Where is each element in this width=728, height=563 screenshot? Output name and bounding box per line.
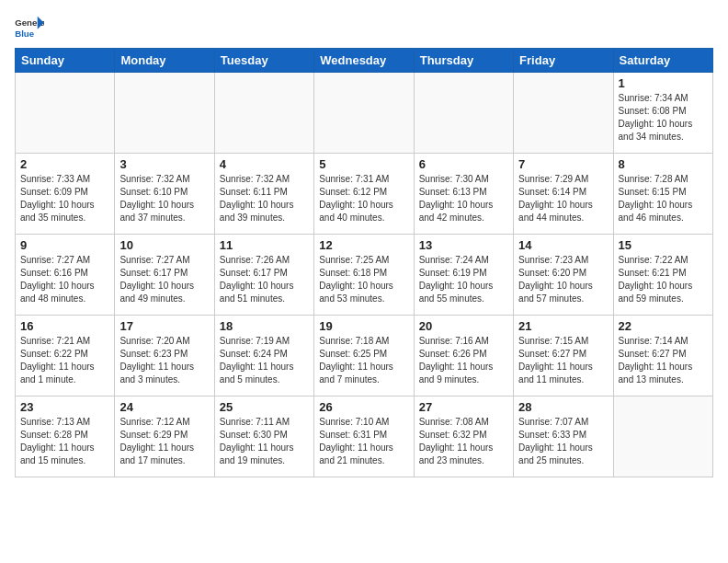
day-number: 24 (119, 400, 209, 414)
day-number: 20 (419, 319, 508, 333)
day-cell: 23Sunrise: 7:13 AM Sunset: 6:28 PM Dayli… (16, 396, 115, 477)
day-cell (613, 396, 712, 477)
day-cell: 6Sunrise: 7:30 AM Sunset: 6:13 PM Daylig… (414, 154, 513, 235)
day-cell (16, 73, 115, 154)
col-header-saturday: Saturday (613, 49, 712, 73)
day-detail: Sunrise: 7:12 AM Sunset: 6:29 PM Dayligh… (119, 416, 209, 467)
day-number: 19 (319, 319, 408, 333)
day-cell: 3Sunrise: 7:32 AM Sunset: 6:10 PM Daylig… (115, 154, 214, 235)
calendar-header-row: SundayMondayTuesdayWednesdayThursdayFrid… (16, 49, 713, 73)
day-detail: Sunrise: 7:19 AM Sunset: 6:24 PM Dayligh… (220, 335, 309, 386)
day-number: 16 (20, 319, 109, 333)
day-cell: 22Sunrise: 7:14 AM Sunset: 6:27 PM Dayli… (613, 316, 712, 396)
day-detail: Sunrise: 7:16 AM Sunset: 6:26 PM Dayligh… (419, 335, 508, 386)
day-number: 10 (119, 238, 209, 252)
day-number: 28 (518, 400, 608, 414)
day-cell: 28Sunrise: 7:07 AM Sunset: 6:33 PM Dayli… (514, 396, 613, 477)
day-cell: 20Sunrise: 7:16 AM Sunset: 6:26 PM Dayli… (414, 316, 513, 396)
day-cell: 17Sunrise: 7:20 AM Sunset: 6:23 PM Dayli… (115, 316, 214, 396)
day-number: 18 (220, 319, 309, 333)
day-cell: 14Sunrise: 7:23 AM Sunset: 6:20 PM Dayli… (514, 235, 613, 316)
day-number: 12 (319, 238, 408, 252)
day-cell: 27Sunrise: 7:08 AM Sunset: 6:32 PM Dayli… (414, 396, 513, 477)
day-detail: Sunrise: 7:14 AM Sunset: 6:27 PM Dayligh… (619, 335, 708, 386)
week-row-3: 9Sunrise: 7:27 AM Sunset: 6:16 PM Daylig… (16, 235, 713, 316)
day-detail: Sunrise: 7:11 AM Sunset: 6:30 PM Dayligh… (220, 416, 309, 467)
day-number: 17 (119, 319, 209, 333)
day-cell: 8Sunrise: 7:28 AM Sunset: 6:15 PM Daylig… (613, 154, 712, 235)
day-number: 22 (619, 319, 708, 333)
day-detail: Sunrise: 7:29 AM Sunset: 6:14 PM Dayligh… (518, 173, 608, 224)
day-number: 13 (419, 238, 508, 252)
day-number: 8 (619, 157, 708, 171)
day-detail: Sunrise: 7:30 AM Sunset: 6:13 PM Dayligh… (419, 173, 508, 224)
day-cell: 1Sunrise: 7:34 AM Sunset: 6:08 PM Daylig… (613, 73, 712, 154)
day-number: 4 (220, 157, 309, 171)
day-detail: Sunrise: 7:24 AM Sunset: 6:19 PM Dayligh… (419, 254, 508, 305)
col-header-friday: Friday (514, 49, 613, 73)
day-detail: Sunrise: 7:26 AM Sunset: 6:17 PM Dayligh… (220, 254, 309, 305)
day-cell: 5Sunrise: 7:31 AM Sunset: 6:12 PM Daylig… (314, 154, 414, 235)
day-number: 25 (220, 400, 309, 414)
day-cell: 19Sunrise: 7:18 AM Sunset: 6:25 PM Dayli… (314, 316, 414, 396)
svg-text:Blue: Blue (15, 29, 34, 39)
day-cell (314, 73, 414, 154)
day-detail: Sunrise: 7:13 AM Sunset: 6:28 PM Dayligh… (20, 416, 109, 467)
day-number: 11 (220, 238, 309, 252)
day-cell: 10Sunrise: 7:27 AM Sunset: 6:17 PM Dayli… (115, 235, 214, 316)
day-number: 9 (20, 238, 109, 252)
day-cell (115, 73, 214, 154)
day-detail: Sunrise: 7:18 AM Sunset: 6:25 PM Dayligh… (319, 335, 408, 386)
day-cell: 2Sunrise: 7:33 AM Sunset: 6:09 PM Daylig… (16, 154, 115, 235)
day-detail: Sunrise: 7:07 AM Sunset: 6:33 PM Dayligh… (518, 416, 608, 467)
day-cell: 11Sunrise: 7:26 AM Sunset: 6:17 PM Dayli… (214, 235, 313, 316)
day-cell (214, 73, 313, 154)
day-detail: Sunrise: 7:25 AM Sunset: 6:18 PM Dayligh… (319, 254, 408, 305)
day-detail: Sunrise: 7:28 AM Sunset: 6:15 PM Dayligh… (619, 173, 708, 224)
day-detail: Sunrise: 7:23 AM Sunset: 6:20 PM Dayligh… (518, 254, 608, 305)
day-number: 26 (319, 400, 408, 414)
day-detail: Sunrise: 7:27 AM Sunset: 6:16 PM Dayligh… (20, 254, 109, 305)
day-cell: 4Sunrise: 7:32 AM Sunset: 6:11 PM Daylig… (214, 154, 313, 235)
day-cell: 9Sunrise: 7:27 AM Sunset: 6:16 PM Daylig… (16, 235, 115, 316)
day-cell: 7Sunrise: 7:29 AM Sunset: 6:14 PM Daylig… (514, 154, 613, 235)
day-cell (514, 73, 613, 154)
week-row-4: 16Sunrise: 7:21 AM Sunset: 6:22 PM Dayli… (16, 316, 713, 396)
day-cell: 15Sunrise: 7:22 AM Sunset: 6:21 PM Dayli… (613, 235, 712, 316)
day-number: 23 (20, 400, 109, 414)
day-detail: Sunrise: 7:32 AM Sunset: 6:10 PM Dayligh… (119, 173, 209, 224)
day-number: 15 (619, 238, 708, 252)
day-detail: Sunrise: 7:27 AM Sunset: 6:17 PM Dayligh… (119, 254, 209, 305)
day-number: 6 (419, 157, 508, 171)
week-row-5: 23Sunrise: 7:13 AM Sunset: 6:28 PM Dayli… (16, 396, 713, 477)
day-number: 27 (419, 400, 508, 414)
day-cell: 18Sunrise: 7:19 AM Sunset: 6:24 PM Dayli… (214, 316, 313, 396)
col-header-wednesday: Wednesday (314, 49, 414, 73)
day-detail: Sunrise: 7:10 AM Sunset: 6:31 PM Dayligh… (319, 416, 408, 467)
day-number: 21 (518, 319, 608, 333)
day-number: 5 (319, 157, 408, 171)
day-cell (414, 73, 513, 154)
logo: General Blue (15, 15, 46, 40)
day-cell: 26Sunrise: 7:10 AM Sunset: 6:31 PM Dayli… (314, 396, 414, 477)
day-detail: Sunrise: 7:20 AM Sunset: 6:23 PM Dayligh… (119, 335, 209, 386)
day-detail: Sunrise: 7:08 AM Sunset: 6:32 PM Dayligh… (419, 416, 508, 467)
day-number: 1 (619, 76, 708, 90)
day-cell: 21Sunrise: 7:15 AM Sunset: 6:27 PM Dayli… (514, 316, 613, 396)
day-detail: Sunrise: 7:33 AM Sunset: 6:09 PM Dayligh… (20, 173, 109, 224)
col-header-sunday: Sunday (16, 49, 115, 73)
col-header-tuesday: Tuesday (214, 49, 313, 73)
day-number: 14 (518, 238, 608, 252)
day-detail: Sunrise: 7:21 AM Sunset: 6:22 PM Dayligh… (20, 335, 109, 386)
day-detail: Sunrise: 7:15 AM Sunset: 6:27 PM Dayligh… (518, 335, 608, 386)
day-detail: Sunrise: 7:32 AM Sunset: 6:11 PM Dayligh… (220, 173, 309, 224)
logo-icon: General Blue (15, 15, 44, 40)
day-cell: 12Sunrise: 7:25 AM Sunset: 6:18 PM Dayli… (314, 235, 414, 316)
day-detail: Sunrise: 7:22 AM Sunset: 6:21 PM Dayligh… (619, 254, 708, 305)
calendar: SundayMondayTuesdayWednesdayThursdayFrid… (15, 48, 713, 477)
day-number: 3 (119, 157, 209, 171)
day-detail: Sunrise: 7:34 AM Sunset: 6:08 PM Dayligh… (619, 92, 708, 144)
day-number: 7 (518, 157, 608, 171)
day-number: 2 (20, 157, 109, 171)
col-header-monday: Monday (115, 49, 214, 73)
